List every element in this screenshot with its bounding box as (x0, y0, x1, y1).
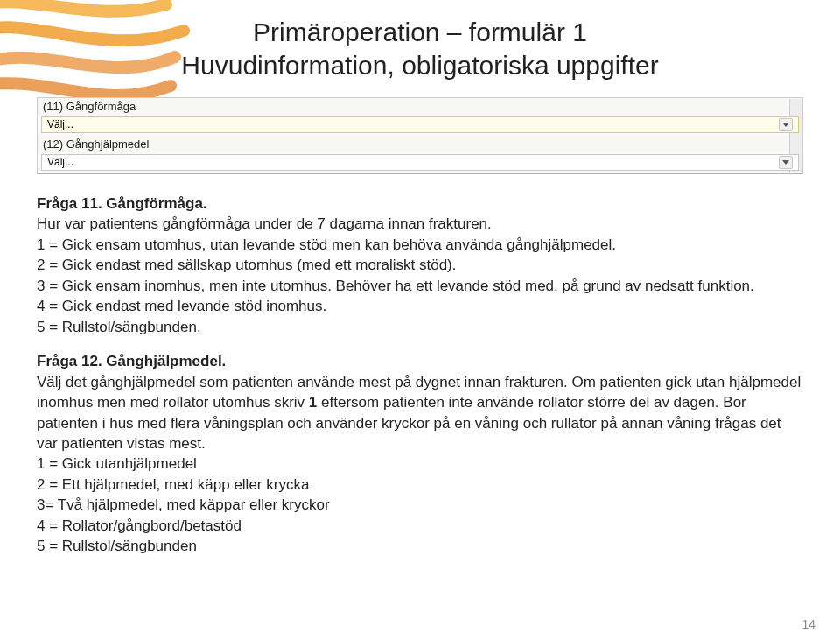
q12-option-5: 5 = Rullstol/sängbunden (37, 536, 803, 556)
select-q11[interactable]: Välj... (41, 116, 799, 133)
q11-heading: Fråga 11. Gångförmåga. (37, 195, 207, 212)
instructions-body: Fråga 11. Gångförmåga. Hur var patienten… (37, 193, 803, 557)
chevron-down-icon (779, 156, 793, 169)
q12-option-1: 1 = Gick utanhjälpmedel (37, 454, 803, 474)
q12-option-3: 3= Två hjälpmedel, med käppar eller kryc… (37, 495, 803, 515)
q12-option-2: 2 = Ett hjälpmedel, med käpp eller kryck… (37, 475, 803, 495)
q12-heading: Fråga 12. Gånghjälpmedel. (37, 353, 226, 369)
q12-paragraph: Välj det gånghjälpmedel som patienten an… (37, 372, 803, 454)
q11-intro: Hur var patientens gångförmåga under de … (37, 214, 803, 234)
q11-option-3: 3 = Gick ensam inomhus, men inte utomhus… (37, 276, 803, 296)
form-select-row-q12: Välj... (38, 154, 802, 171)
q11-option-1: 1 = Gick ensam utomhus, utan levande stö… (37, 235, 803, 255)
q12-option-4: 4 = Rollator/gångbord/betastöd (37, 516, 803, 536)
page-number: 14 (802, 617, 816, 631)
select-q12[interactable]: Välj... (41, 154, 799, 171)
form-label-q11: (11) Gångförmåga (38, 98, 802, 115)
title-line-1: Primäroperation – formulär 1 (37, 16, 803, 49)
q11-option-4: 4 = Gick endast med levande stöd inomhus… (37, 296, 803, 316)
form-select-row-q11: Välj... (38, 116, 802, 133)
chevron-down-icon (779, 118, 793, 131)
title-line-2: Huvudinformation, obligatoriska uppgifte… (37, 49, 803, 82)
form-preview: (11) Gångförmåga Välj... (12) Gånghjälpm… (37, 97, 803, 174)
select-q12-value: Välj... (47, 154, 74, 171)
form-label-q12: (12) Gånghjälpmedel (38, 136, 802, 152)
q11-option-5: 5 = Rullstol/sängbunden. (37, 317, 803, 337)
page-title: Primäroperation – formulär 1 Huvudinform… (37, 16, 803, 81)
q11-option-2: 2 = Gick endast med sällskap utomhus (me… (37, 255, 803, 275)
q12-bold-1: 1 (309, 394, 317, 411)
select-q11-value: Välj... (47, 116, 74, 133)
